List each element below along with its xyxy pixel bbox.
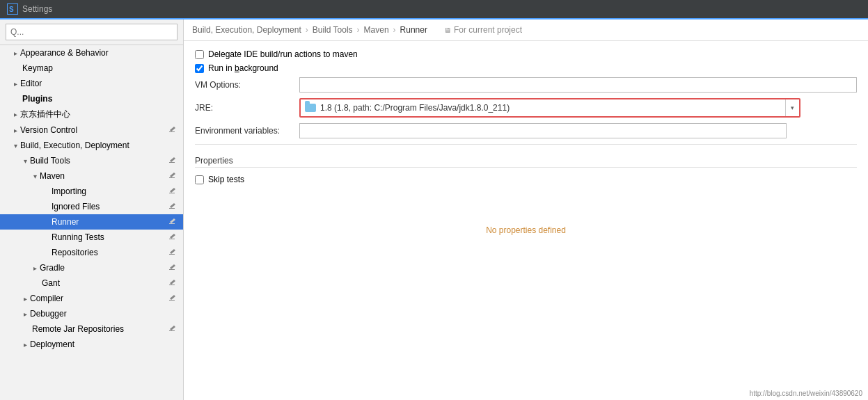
arrow-icon: ▸ (24, 295, 27, 303)
sidebar-label: Editor (20, 79, 177, 88)
env-vars-row: Environment variables: (195, 123, 857, 138)
arrow-icon: ▾ (14, 142, 17, 150)
search-box[interactable] (0, 19, 183, 45)
breadcrumb-sep-3: › (393, 25, 396, 35)
search-input[interactable] (6, 24, 177, 40)
jre-container: 1.8 (1.8, path: C:/Program Files/Java/jd… (299, 98, 800, 118)
sidebar-label: Gradle (40, 263, 168, 273)
edit-icon (168, 263, 177, 273)
sidebar-label: Compiler (30, 294, 168, 303)
arrow-icon: ▾ (33, 173, 37, 180)
sidebar-item-repositories[interactable]: Repositories (0, 245, 183, 260)
sidebar-label: Version Control (20, 125, 168, 135)
svg-rect-20 (169, 285, 175, 285)
skip-tests-label: Skip tests (208, 175, 244, 184)
jre-row: JRE: 1.8 (1.8, path: C:/Program Files/Ja… (195, 98, 857, 118)
form-area: Delegate IDE build/run actions to maven … (184, 41, 868, 400)
edit-icon (168, 171, 177, 181)
sidebar-label: Debugger (30, 309, 177, 319)
window-title: Settings (22, 4, 52, 14)
sidebar-items-container: ▸Appearance & BehaviorKeymap▸EditorPlugi… (0, 45, 183, 352)
sidebar-item-importing[interactable]: Importing (0, 184, 183, 199)
sidebar-item-maven[interactable]: ▾Maven (0, 168, 183, 184)
svg-rect-10 (169, 208, 175, 209)
jre-label: JRE: (195, 103, 299, 113)
sidebar-item-jingdong[interactable]: ▸京东插件中心 (0, 106, 183, 122)
sidebar-item-debugger[interactable]: ▸Debugger (0, 306, 183, 321)
sidebar-label: Remote Jar Repositories (32, 324, 168, 334)
sidebar-item-build-execution[interactable]: ▾Build, Execution, Deployment (0, 138, 183, 153)
background-label: Run in background (208, 63, 278, 73)
sidebar-item-build-tools[interactable]: ▾Build Tools (0, 153, 183, 168)
svg-rect-6 (169, 177, 175, 178)
svg-marker-7 (170, 173, 175, 177)
run-background-row: Run in background (195, 63, 857, 73)
jre-dropdown-button[interactable]: ▾ (785, 99, 799, 116)
arrow-icon: ▸ (14, 49, 17, 57)
sidebar-item-gradle[interactable]: ▸Gradle (0, 260, 183, 275)
sidebar-item-plugins[interactable]: Plugins (0, 91, 183, 106)
sidebar-item-editor[interactable]: ▸Editor (0, 76, 183, 91)
svg-rect-24 (169, 330, 175, 331)
sidebar-item-remote-jar[interactable]: Remote Jar Repositories (0, 321, 183, 337)
skip-tests-checkbox[interactable] (195, 175, 204, 184)
svg-marker-25 (170, 326, 175, 330)
watermark: http://blog.csdn.net/weixin/43890620 (750, 390, 862, 397)
env-vars-label: Environment variables: (195, 126, 299, 136)
sidebar-item-ignored-files[interactable]: Ignored Files (0, 199, 183, 214)
svg-marker-9 (170, 188, 175, 193)
sidebar-item-running-tests[interactable]: Running Tests (0, 230, 183, 245)
arrow-icon: ▾ (24, 157, 27, 165)
sidebar-label: Runner (52, 217, 168, 227)
arrow-icon: ▸ (33, 264, 37, 272)
folder-icon (305, 104, 316, 112)
sidebar-item-runner[interactable]: Runner (0, 214, 183, 230)
sidebar: ▸Appearance & BehaviorKeymap▸EditorPlugi… (0, 19, 184, 400)
svg-rect-14 (169, 239, 175, 239)
no-properties-text: No properties defined (195, 189, 857, 272)
edit-icon (168, 217, 177, 227)
content-area: Build, Execution, Deployment › Build Too… (184, 19, 868, 400)
svg-marker-15 (170, 234, 175, 239)
sidebar-item-version-control[interactable]: ▸Version Control (0, 122, 183, 138)
vm-options-input[interactable] (299, 77, 857, 93)
sidebar-item-deployment[interactable]: ▸Deployment (0, 337, 183, 352)
arrow-icon: ▸ (14, 111, 17, 118)
svg-rect-22 (169, 300, 175, 301)
sidebar-label: 京东插件中心 (20, 109, 177, 120)
properties-header: Properties (195, 156, 857, 170)
svg-marker-21 (170, 280, 175, 285)
sidebar-label: Build Tools (30, 156, 168, 166)
sidebar-label: Gant (42, 278, 168, 288)
edit-icon (168, 202, 177, 211)
edit-icon (168, 156, 177, 166)
svg-rect-2 (169, 131, 175, 132)
arrow-icon: ▸ (24, 310, 27, 318)
main-layout: ▸Appearance & BehaviorKeymap▸EditorPlugi… (0, 19, 868, 400)
title-bar: S Settings (0, 0, 868, 19)
sidebar-item-appearance[interactable]: ▸Appearance & Behavior (0, 45, 183, 61)
sidebar-label: Running Tests (52, 232, 168, 242)
svg-rect-18 (169, 269, 175, 270)
delegate-row: Delegate IDE build/run actions to maven (195, 49, 857, 59)
svg-marker-19 (170, 264, 175, 269)
env-vars-input[interactable] (299, 123, 787, 138)
breadcrumb-project: 🖥 For current project (444, 25, 522, 35)
background-checkbox[interactable] (195, 64, 204, 73)
sidebar-item-gant[interactable]: Gant (0, 275, 183, 291)
svg-rect-8 (169, 193, 175, 193)
sidebar-label: Deployment (30, 339, 177, 349)
sidebar-label: Plugins (22, 94, 177, 104)
edit-icon (168, 248, 177, 257)
sidebar-item-keymap[interactable]: Keymap (0, 61, 183, 76)
edit-icon (168, 294, 177, 303)
svg-rect-16 (169, 254, 175, 255)
sidebar-item-compiler[interactable]: ▸Compiler (0, 291, 183, 306)
svg-marker-3 (170, 127, 175, 131)
breadcrumb-current: Runner (400, 25, 427, 35)
edit-icon (168, 278, 177, 288)
delegate-checkbox[interactable] (195, 50, 204, 59)
app-icon: S (7, 3, 18, 15)
breadcrumb: Build, Execution, Deployment › Build Too… (184, 19, 868, 41)
svg-marker-23 (170, 295, 175, 300)
